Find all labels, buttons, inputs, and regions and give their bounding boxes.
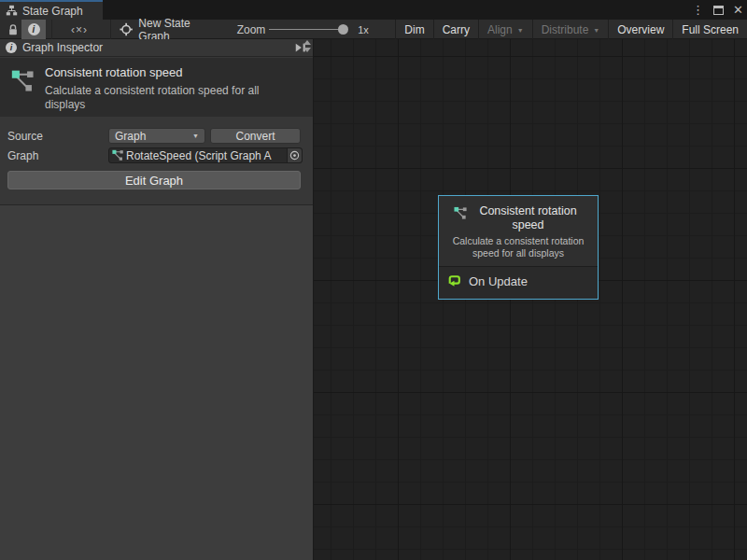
graph-toolbar: i ‹×› New State Graph Zoom 1x Dim Carry … — [0, 20, 747, 39]
on-update-label: On Update — [469, 274, 528, 288]
lock-icon — [7, 23, 19, 36]
node-title: Consistent rotation speed — [473, 204, 584, 232]
zoom-value: 1x — [354, 20, 373, 39]
edit-graph-button[interactable]: Edit Graph — [7, 171, 301, 189]
graph-info-card: Consistent rotation speed Calculate a co… — [0, 58, 313, 117]
toolbar-separator — [51, 20, 52, 39]
graph-inspector-panel: i Graph Inspector Consistent rotation sp… — [0, 39, 314, 560]
chevron-down-icon: ▼ — [593, 27, 599, 34]
state-node-header: Consistent rotation speed Calculate a co… — [439, 196, 598, 267]
info-icon: i — [6, 42, 17, 53]
canvas-toolbar-buttons: Dim Carry Align ▼ Distribute ▼ Overview … — [395, 20, 747, 39]
lock-button[interactable] — [6, 20, 21, 39]
script-graph-icon — [112, 149, 124, 161]
tab-bar: State Graph ⋮ ✕ — [0, 0, 747, 20]
source-dropdown-value: Graph — [115, 130, 146, 143]
toolbar-separator — [110, 20, 111, 39]
code-view-button[interactable]: ‹×› — [58, 20, 101, 39]
node-description: Calculate a consistent rotation speed fo… — [445, 235, 591, 259]
overview-button[interactable]: Overview — [608, 20, 672, 39]
close-icon[interactable]: ✕ — [733, 4, 743, 16]
zoom-slider-track[interactable] — [269, 29, 344, 30]
tab-state-graph[interactable]: State Graph — [0, 0, 103, 20]
new-state-graph-button[interactable]: New State Graph — [120, 20, 220, 39]
state-graph-icon — [11, 69, 35, 93]
graph-label: Graph — [7, 149, 38, 162]
object-picker-icon — [289, 150, 300, 161]
zoom-label: Zoom — [235, 20, 267, 39]
hierarchy-icon — [6, 5, 18, 17]
graph-inspector-header: i Graph Inspector — [0, 39, 313, 57]
distribute-label: Distribute — [542, 23, 589, 36]
graph-object-field[interactable]: RotateSpeed (Script Graph A — [108, 147, 303, 163]
object-picker-button[interactable] — [287, 148, 302, 162]
convert-button[interactable]: Convert — [210, 128, 301, 144]
graph-inspector-title: Graph Inspector — [22, 41, 289, 54]
distribute-button[interactable]: Distribute ▼ — [532, 20, 609, 39]
carry-button[interactable]: Carry — [433, 20, 478, 39]
state-node[interactable]: Consistent rotation speed Calculate a co… — [438, 195, 599, 300]
update-event-icon — [446, 273, 462, 289]
source-label: Source — [7, 130, 43, 143]
align-button[interactable]: Align ▼ — [478, 20, 532, 39]
tab-label: State Graph — [22, 5, 83, 18]
chevron-down-icon: ▼ — [192, 133, 199, 139]
pane-resize-scrubber[interactable] — [303, 40, 311, 52]
arrow-up-icon — [303, 40, 311, 45]
align-label: Align — [487, 23, 513, 36]
object-field-value: RotateSpeed (Script Graph A — [126, 149, 285, 162]
arrow-down-icon — [303, 48, 311, 52]
on-update-row[interactable]: On Update — [439, 267, 598, 299]
zoom-slider-handle[interactable] — [338, 24, 348, 35]
info-icon: i — [28, 23, 40, 35]
dim-button[interactable]: Dim — [395, 20, 432, 39]
card-title: Consistent rotation speed — [45, 65, 182, 79]
card-description: Calculate a consistent rotation speed fo… — [45, 84, 278, 112]
window-controls: ⋮ ✕ — [692, 0, 743, 20]
full-screen-button[interactable]: Full Screen — [672, 20, 747, 39]
chevron-down-icon: ▼ — [517, 27, 524, 34]
kebab-menu-icon[interactable]: ⋮ — [692, 4, 704, 16]
source-dropdown[interactable]: Graph ▼ — [108, 128, 205, 144]
inspector-empty-area — [0, 204, 313, 560]
info-toggle-button[interactable]: i — [21, 20, 46, 39]
graph-crosshair-icon — [120, 22, 133, 36]
maximize-icon[interactable] — [713, 6, 724, 15]
graph-canvas[interactable]: Consistent rotation speed Calculate a co… — [314, 39, 747, 560]
state-graph-icon — [454, 206, 468, 220]
